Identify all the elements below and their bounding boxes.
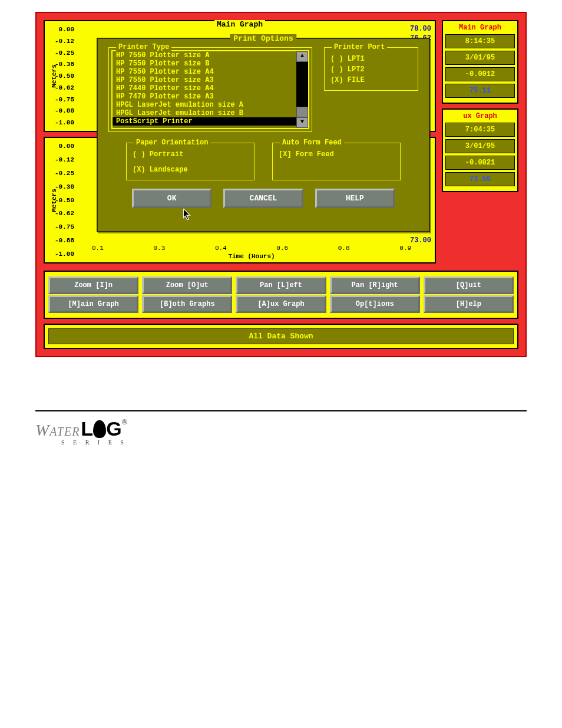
form-feed-checkbox[interactable]: [X] Form Feed <box>279 149 394 160</box>
logo-text-series: S E R I E S <box>61 439 127 446</box>
auto-form-feed-group: Auto Form Feed [X] Form Feed <box>272 143 401 180</box>
cancel-button[interactable]: CANCEL <box>223 189 303 208</box>
help-button[interactable]: HELP <box>315 189 395 208</box>
main-right-value-1: 78.00 <box>410 25 431 33</box>
main-graph-button[interactable]: [M]ain Graph <box>48 295 138 313</box>
readout-time: 7:04:35 <box>445 123 515 137</box>
port-option-lpt2[interactable]: ( ) LPT2 <box>330 64 412 75</box>
readout-value-secondary: 75.11 <box>445 84 515 98</box>
aux-readout-label: ux Graph <box>445 112 515 120</box>
help-toolbar-button[interactable]: [H]elp <box>424 295 514 313</box>
printer-option[interactable]: HP 7470 Plotter size A3 <box>113 93 296 101</box>
aux-right-value: 73.00 <box>410 236 431 245</box>
orientation-portrait[interactable]: ( ) Portrait <box>133 149 248 160</box>
printer-type-label: Printer Type <box>116 43 171 51</box>
aux-graph-button[interactable]: [A]ux Graph <box>236 295 326 313</box>
ok-button[interactable]: OK <box>132 189 211 208</box>
water-drop-icon <box>93 420 106 438</box>
zoom-in-button[interactable]: Zoom [I]n <box>48 276 138 294</box>
both-graphs-button[interactable]: [B]oth Graphs <box>142 295 232 313</box>
scroll-up-icon[interactable]: ▲ <box>296 51 308 62</box>
printer-option[interactable]: HP 7550 Plotter size B <box>113 60 296 68</box>
auto-form-feed-label: Auto Form Feed <box>280 139 344 147</box>
orientation-landscape[interactable]: (X) Landscape <box>133 164 248 175</box>
mouse-cursor-icon <box>183 209 191 220</box>
pan-right-button[interactable]: Pan [R]ight <box>330 276 420 294</box>
quit-button[interactable]: [Q]uit <box>424 276 514 294</box>
readout-value-secondary: 73.56 <box>445 172 515 186</box>
printer-option[interactable]: HP 7550 Plotter size A4 <box>113 68 296 76</box>
footer-logo: WaterLG® S E R I E S <box>0 417 562 463</box>
printer-port-label: Printer Port <box>332 43 387 51</box>
main-graph-readout: Main Graph 8:14:35 3/01/95 -0.0012 75.11 <box>442 20 518 104</box>
zoom-out-button[interactable]: Zoom [O]ut <box>142 276 232 294</box>
scroll-thumb[interactable] <box>296 107 308 117</box>
main-readout-label: Main Graph <box>445 24 515 32</box>
main-y-ticks: 0.00-0.12-0.25-0.38-0.50-0.62-0.75-0.88-… <box>46 26 74 126</box>
port-option-file[interactable]: (X) FILE <box>330 75 412 85</box>
pan-left-button[interactable]: Pan [L]eft <box>236 276 326 294</box>
main-graph-title: Main Graph <box>214 20 265 29</box>
printer-option-selected[interactable]: PostScript Printer <box>113 117 296 126</box>
scroll-down-icon[interactable]: ▼ <box>296 117 308 128</box>
readout-date: 3/01/95 <box>445 51 515 65</box>
printer-option[interactable]: HPGL LaserJet emulation size A <box>113 101 296 109</box>
logo-text-water: Water <box>35 421 80 439</box>
aux-x-ticks: 0.10.30.40.60.80.9 <box>74 245 429 252</box>
status-text: All Data Shown <box>48 328 514 344</box>
aux-x-axis-label: Time (Hours) <box>74 253 429 260</box>
printer-option[interactable]: HP 7550 Plotter size A3 <box>113 76 296 84</box>
printer-port-group: Printer Port ( ) LPT1 ( ) LPT2 (X) FILE <box>324 47 418 91</box>
printer-option[interactable]: HP 7440 Plotter size A4 <box>113 84 296 93</box>
dialog-title: Print Options <box>230 34 296 43</box>
printer-option[interactable]: HP 7550 Plotter size A <box>113 51 296 60</box>
readout-value: -0.0012 <box>445 67 515 81</box>
toolbar-panel: Zoom [I]n Zoom [O]ut Pan [L]eft Pan [R]i… <box>44 271 518 319</box>
options-button[interactable]: Op[t]ions <box>330 295 420 313</box>
status-panel: All Data Shown <box>44 324 518 349</box>
listbox-scrollbar[interactable]: ▲ ▼ <box>296 51 308 128</box>
printer-type-listbox[interactable]: HP 7550 Plotter size A HP 7550 Plotter s… <box>111 50 309 129</box>
aux-y-ticks: 0.00-0.12-0.25-0.38-0.50-0.62-0.75-0.88-… <box>46 143 74 258</box>
port-option-lpt1[interactable]: ( ) LPT1 <box>330 54 412 64</box>
print-options-dialog: Print Options Printer Type HP 7550 Plott… <box>97 38 430 232</box>
readout-date: 3/01/95 <box>445 139 515 153</box>
printer-option[interactable]: HPGL LaserJet emulation size B <box>113 109 296 117</box>
paper-orientation-group: Paper Orientation ( ) Portrait (X) Lands… <box>126 143 254 180</box>
readout-time: 8:14:35 <box>445 34 515 48</box>
readout-value: -0.0021 <box>445 156 515 170</box>
aux-graph-readout: ux Graph 7:04:35 3/01/95 -0.0021 73.56 <box>442 108 518 192</box>
printer-type-group: Printer Type HP 7550 Plotter size A HP 7… <box>108 47 312 132</box>
paper-orientation-label: Paper Orientation <box>134 139 210 147</box>
